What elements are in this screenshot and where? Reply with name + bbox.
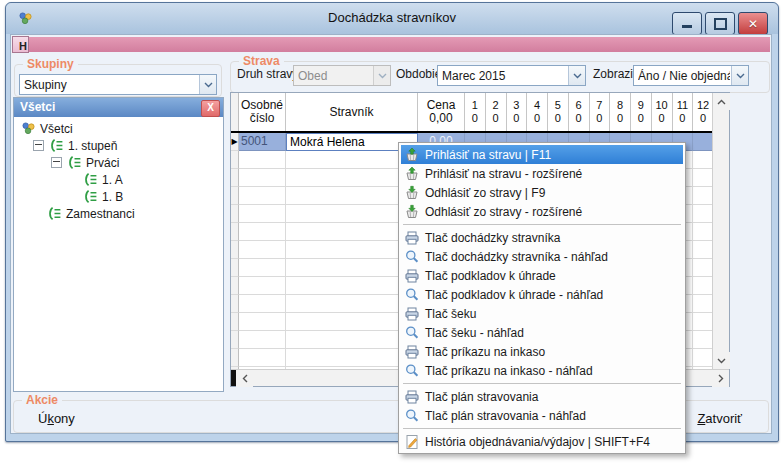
groups-fieldset: Skupiny Skupiny <box>14 64 222 97</box>
menu-separator <box>403 383 681 384</box>
actions-label: Akcie <box>22 393 62 407</box>
column-header-osobne-cislo: Osobnéčíslo <box>239 93 286 131</box>
empty-cell[interactable] <box>239 331 286 349</box>
cell-osobne-cislo[interactable]: 5001 <box>239 133 286 151</box>
ukony-button[interactable]: Úkony <box>38 411 75 426</box>
menu-item[interactable]: Tlač dochádzky stravníka - náhľad <box>401 247 683 266</box>
menu-item[interactable]: História objednávania/výdajov | SHIFT+F4 <box>401 432 683 451</box>
chevron-down-icon[interactable] <box>568 66 585 85</box>
zobrazit-label: Zobraziť <box>593 67 638 81</box>
row-indicator <box>231 295 239 313</box>
menu-item[interactable]: Tlač podkladov k úhrade - náhľad <box>401 285 683 304</box>
group-icon <box>47 206 62 221</box>
context-menu: Prihlásiť na stravu | F11Prihlásiť na st… <box>398 142 686 454</box>
empty-cell[interactable] <box>239 223 286 241</box>
menu-item[interactable]: Odhlásiť zo stravy | F9 <box>401 183 683 202</box>
empty-cell[interactable] <box>693 241 714 259</box>
tree-item-v-etci[interactable]: Všetci <box>21 120 73 137</box>
tree-item-1-b[interactable]: 1. B <box>83 188 123 205</box>
menu-item[interactable]: Tlač plán stravovania <box>401 387 683 406</box>
scroll-up-icon[interactable] <box>713 93 730 110</box>
empty-cell[interactable] <box>239 259 286 277</box>
empty-cell[interactable] <box>693 313 714 331</box>
obdobie-combo[interactable]: Marec 2015 <box>437 65 586 86</box>
tree-panel-title: Všetci <box>20 100 55 114</box>
menu-item-label: Odhlásiť zo stravy - rozšírené <box>425 205 582 219</box>
empty-cell[interactable] <box>693 331 714 349</box>
scroll-right-icon[interactable] <box>712 370 729 387</box>
zobrazit-combo[interactable]: Áno / Nie objedná <box>633 65 749 86</box>
empty-cell[interactable] <box>693 205 714 223</box>
tree-item-prv-ci[interactable]: Prváci <box>51 154 119 171</box>
h-toolbar-button[interactable]: H <box>12 36 29 53</box>
menu-item-label: Tlač šeku - náhľad <box>425 326 524 340</box>
tree-item-zamestnanci[interactable]: Zamestnanci <box>47 205 135 222</box>
empty-cell[interactable] <box>693 187 714 205</box>
empty-cell[interactable] <box>239 313 286 331</box>
empty-cell[interactable] <box>693 169 714 187</box>
groups-combo-value: Skupiny <box>24 78 198 92</box>
zatvorit-button[interactable]: Zatvoriť <box>697 411 742 426</box>
vertical-scrollbar[interactable] <box>712 93 729 369</box>
column-header-day-7: 70 <box>590 93 611 131</box>
menu-item-label: Tlač plán stravovania <box>425 390 538 404</box>
druh-stravy-combo[interactable]: Obed <box>293 65 391 86</box>
close-button[interactable]: ✕ <box>738 12 768 35</box>
collapse-icon[interactable] <box>33 140 44 151</box>
magnifier-icon <box>404 325 420 341</box>
menu-item[interactable]: Tlač podkladov k úhrade <box>401 266 683 285</box>
empty-cell[interactable] <box>239 151 286 169</box>
basket-out-icon <box>404 185 420 201</box>
minimize-button[interactable] <box>672 12 702 35</box>
row-indicator <box>231 331 239 349</box>
empty-cell[interactable] <box>239 295 286 313</box>
empty-cell[interactable] <box>239 241 286 259</box>
menu-item[interactable]: Odhlásiť zo stravy - rozšírené <box>401 202 683 221</box>
tree-item-label: 1. A <box>102 173 123 187</box>
empty-cell[interactable] <box>239 205 286 223</box>
groups-combo[interactable]: Skupiny <box>19 74 217 95</box>
empty-cell[interactable] <box>693 151 714 169</box>
menu-item[interactable]: Tlač šeku - náhľad <box>401 323 683 342</box>
empty-cell[interactable] <box>693 259 714 277</box>
menu-item[interactable]: Prihlásiť na stravu | F11 <box>401 145 683 164</box>
row-indicator <box>231 223 239 241</box>
scroll-left-icon[interactable] <box>236 370 253 387</box>
empty-cell[interactable] <box>693 295 714 313</box>
cell-day[interactable] <box>693 133 714 151</box>
group-tree: Všetci1. stupeňPrváci1. A1. BZamestnanci <box>14 117 223 391</box>
chevron-down-icon[interactable] <box>199 75 216 94</box>
tree-item-1-a[interactable]: 1. A <box>83 171 123 188</box>
printer-icon <box>404 268 420 284</box>
empty-cell[interactable] <box>693 223 714 241</box>
empty-cell[interactable] <box>693 349 714 367</box>
menu-item[interactable]: Tlač príkazu na inkaso <box>401 342 683 361</box>
row-indicator <box>231 259 239 277</box>
menu-item[interactable]: Tlač dochádzky stravníka <box>401 228 683 247</box>
tree-item-1-stupe[interactable]: 1. stupeň <box>33 137 117 154</box>
collapse-icon[interactable] <box>51 157 62 168</box>
empty-cell[interactable] <box>239 349 286 367</box>
menu-item-label: Tlač príkazu na inkaso <box>425 345 545 359</box>
tree-item-label: Prváci <box>86 156 119 170</box>
chevron-down-icon[interactable] <box>731 66 748 85</box>
empty-cell[interactable] <box>239 187 286 205</box>
menu-item[interactable]: Tlač plán stravovania - náhľad <box>401 406 683 425</box>
maximize-button[interactable] <box>705 12 735 35</box>
scroll-down-icon[interactable] <box>713 352 730 369</box>
header-separator <box>231 131 714 133</box>
obdobie-value: Marec 2015 <box>442 69 567 83</box>
chevron-down-icon[interactable] <box>373 66 390 85</box>
toolbar-strip <box>12 37 770 52</box>
tree-item-label: Zamestnanci <box>66 207 135 221</box>
row-indicator <box>231 205 239 223</box>
menu-item[interactable]: Prihlásiť na stravu - rozšírené <box>401 164 683 183</box>
titlebar[interactable]: Dochádzka stravníkov ✕ <box>6 3 778 34</box>
menu-item[interactable]: Tlač šeku <box>401 304 683 323</box>
empty-cell[interactable] <box>693 277 714 295</box>
empty-cell[interactable] <box>239 277 286 295</box>
close-panel-icon[interactable]: X <box>201 100 220 117</box>
magnifier-icon <box>404 363 420 379</box>
empty-cell[interactable] <box>239 169 286 187</box>
menu-item[interactable]: Tlač príkazu na inkaso - náhľad <box>401 361 683 380</box>
